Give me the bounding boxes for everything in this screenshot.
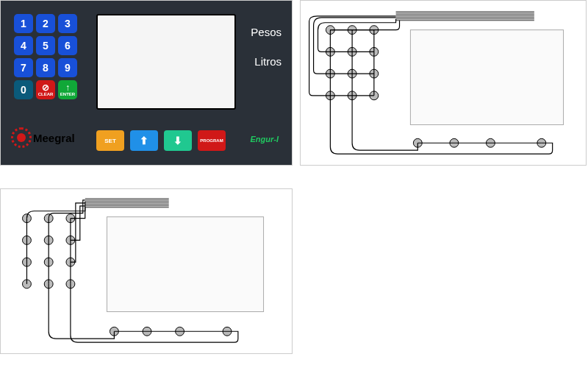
arrow-up-icon: ⬆ <box>140 135 148 146</box>
circuit-diagram-bottom <box>0 188 293 354</box>
program-label: PROGRAM <box>200 138 223 143</box>
numeric-keypad: 1 2 3 4 5 6 7 8 9 0 ⊘ CLEAR ↑ ENTER <box>14 14 77 99</box>
key-label: 8 <box>43 62 49 74</box>
key-label: 3 <box>65 18 71 29</box>
program-button[interactable]: PROGRAM <box>198 130 226 151</box>
up-button[interactable]: ⬆ <box>130 130 158 151</box>
key-label: 2 <box>43 18 49 29</box>
circuit-diagram-top <box>300 0 587 166</box>
key-7[interactable]: 7 <box>14 58 33 77</box>
key-label: 6 <box>65 40 71 52</box>
control-panel: 1 2 3 4 5 6 7 8 9 0 ⊘ CLEAR ↑ ENTER Peso… <box>0 0 293 166</box>
brand-model-label: Engur-I <box>251 135 279 144</box>
key-label: 0 <box>21 84 26 96</box>
arrow-down-icon: ⬇ <box>173 135 182 146</box>
key-label: 4 <box>21 40 26 52</box>
function-row: SET ⬆ ⬇ PROGRAM <box>96 130 226 151</box>
svg-rect-0 <box>410 30 563 125</box>
arrow-up-icon: ↑ <box>65 83 70 92</box>
svg-rect-17 <box>107 217 263 312</box>
key-4[interactable]: 4 <box>14 36 33 55</box>
key-5[interactable]: 5 <box>36 36 55 55</box>
down-button[interactable]: ⬇ <box>164 130 192 151</box>
clear-button[interactable]: ⊘ CLEAR <box>36 80 55 99</box>
key-1[interactable]: 1 <box>14 14 33 33</box>
key-label: 5 <box>43 40 49 52</box>
logo-text: Meegral <box>33 132 75 144</box>
key-label: 9 <box>65 62 71 74</box>
set-label: SET <box>104 138 116 144</box>
key-8[interactable]: 8 <box>36 58 55 77</box>
pesos-label: Pesos <box>251 26 282 38</box>
cancel-icon: ⊘ <box>42 83 49 92</box>
clear-label: CLEAR <box>38 92 54 96</box>
key-label: 7 <box>21 62 26 74</box>
litros-label: Litros <box>254 55 282 68</box>
key-2[interactable]: 2 <box>36 14 55 33</box>
logo-mark-icon <box>11 127 32 148</box>
key-label: 1 <box>21 18 26 29</box>
enter-label: ENTER <box>60 92 75 96</box>
key-3[interactable]: 3 <box>58 14 77 33</box>
set-button[interactable]: SET <box>96 130 124 151</box>
display-screen <box>96 14 236 110</box>
logo: Meegral <box>11 127 75 148</box>
enter-button[interactable]: ↑ ENTER <box>58 80 77 99</box>
key-6[interactable]: 6 <box>58 36 77 55</box>
key-0[interactable]: 0 <box>14 80 33 99</box>
key-9[interactable]: 9 <box>58 58 77 77</box>
